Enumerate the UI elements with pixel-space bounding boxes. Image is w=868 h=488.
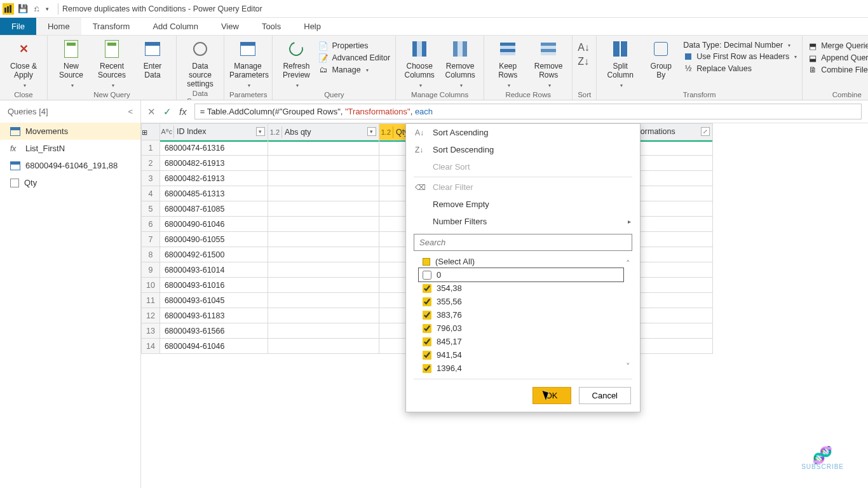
recent-sources-button[interactable]: Recent Sources (93, 38, 130, 89)
cell-abs-qty[interactable] (268, 339, 379, 354)
filter-value-checkbox[interactable] (423, 311, 431, 320)
replace-values-button[interactable]: ½Replace Values (683, 64, 797, 74)
manage-button[interactable]: 🗂Manage (318, 65, 390, 75)
filter-value-item[interactable]: 796,03 (419, 322, 623, 335)
cell-id-index[interactable]: 68000490-61055 (159, 232, 268, 247)
filter-search-input[interactable] (414, 234, 632, 251)
close-apply-button[interactable]: ✕ Close & Apply (5, 38, 42, 89)
row-number[interactable]: 3 (142, 171, 160, 186)
cell-id-index[interactable]: 68000487-61085 (159, 201, 268, 217)
merge-queries-button[interactable]: ⬒Merge Queries (808, 41, 868, 51)
tab-add-column[interactable]: Add Column (141, 18, 210, 35)
remove-rows-button[interactable]: Remove Rows (530, 38, 567, 89)
advanced-editor-button[interactable]: 📝Advanced Editor (318, 53, 390, 63)
cell-id-index[interactable]: 68000474-61316 (159, 140, 268, 156)
cell-abs-qty[interactable] (268, 171, 379, 186)
filter-value-checkbox[interactable] (423, 364, 431, 373)
column-header-id-index[interactable]: AᴮcID Index▾ (159, 124, 268, 140)
tab-tools[interactable]: Tools (250, 18, 292, 35)
keep-rows-button[interactable]: Keep Rows (489, 38, 526, 89)
column-header-abs-qty[interactable]: 1.2Abs qty▾ (268, 124, 379, 140)
cell-id-index[interactable]: 68000482-61913 (159, 156, 268, 171)
row-header-corner[interactable]: ⊞ (142, 124, 160, 140)
refresh-preview-button[interactable]: Refresh Preview (278, 38, 315, 89)
filter-dropdown-icon[interactable]: ▾ (256, 127, 265, 136)
row-number[interactable]: 5 (142, 201, 160, 217)
row-number[interactable]: 14 (142, 339, 160, 354)
row-number[interactable]: 13 (142, 323, 160, 339)
sort-descending-item[interactable]: Z↓Sort Descending (406, 141, 640, 158)
sort-asc-icon[interactable]: A↓ (578, 42, 590, 53)
cell-abs-qty[interactable] (268, 247, 379, 262)
row-number[interactable]: 10 (142, 278, 160, 293)
filter-value-checkbox[interactable] (423, 337, 431, 346)
filter-value-checkbox[interactable] (423, 284, 431, 293)
save-icon[interactable]: 💾 (18, 4, 28, 13)
filter-value-item[interactable]: 383,76 (419, 308, 623, 322)
query-item[interactable]: fxList_FirstN (0, 140, 140, 157)
cell-abs-qty[interactable] (268, 308, 379, 323)
undo-icon[interactable]: ⎌ (34, 4, 39, 13)
cell-id-index[interactable]: 68000493-61045 (159, 293, 268, 308)
enter-data-button[interactable]: Enter Data (134, 38, 171, 80)
cancel-button[interactable]: Cancel (579, 387, 631, 404)
filter-value-item[interactable]: 845,17 (419, 335, 623, 348)
remove-columns-button[interactable]: Remove Columns (442, 38, 478, 89)
filter-value-checkbox[interactable] (423, 351, 431, 360)
cell-id-index[interactable]: 68000493-61566 (159, 323, 268, 339)
confirm-formula-icon[interactable]: ✓ (163, 106, 172, 118)
cell-abs-qty[interactable] (268, 217, 379, 232)
cell-id-index[interactable]: 68000493-61183 (159, 308, 268, 323)
select-all-checkbox[interactable]: (Select All) (419, 255, 623, 268)
cell-abs-qty[interactable] (268, 156, 379, 171)
expand-icon[interactable]: ⤢ (701, 127, 710, 136)
row-number[interactable]: 7 (142, 232, 160, 247)
cell-abs-qty[interactable] (268, 186, 379, 201)
filter-value-item[interactable]: 1396,4 (419, 362, 623, 375)
tab-transform[interactable]: Transform (81, 18, 142, 35)
cancel-formula-icon[interactable]: ✕ (147, 106, 156, 118)
combine-files-button[interactable]: 🗎Combine Files (808, 65, 868, 75)
split-column-button[interactable]: Split Column (602, 38, 639, 89)
first-row-headers-button[interactable]: Use First Row as Headers (683, 51, 797, 62)
cell-id-index[interactable]: 68000492-61500 (159, 247, 268, 262)
cell-id-index[interactable]: 68000493-61016 (159, 278, 268, 293)
row-number[interactable]: 11 (142, 293, 160, 308)
tab-view[interactable]: View (210, 18, 250, 35)
sort-desc-icon[interactable]: Z↓ (578, 56, 589, 67)
cell-abs-qty[interactable] (268, 262, 379, 278)
cell-abs-qty[interactable] (268, 278, 379, 293)
cell-abs-qty[interactable] (268, 323, 379, 339)
filter-value-checkbox[interactable] (423, 271, 431, 280)
filter-value-item[interactable]: 0 (419, 268, 623, 281)
cell-abs-qty[interactable] (268, 201, 379, 217)
cell-id-index[interactable]: 68000494-61046 (159, 339, 268, 354)
fx-icon[interactable]: fx (179, 106, 187, 117)
collapse-queries-icon[interactable]: < (128, 107, 133, 116)
number-filters-item[interactable]: Number Filters▸ (406, 213, 640, 230)
cell-id-index[interactable]: 68000485-61313 (159, 186, 268, 201)
row-number[interactable]: 6 (142, 217, 160, 232)
data-source-settings-button[interactable]: Data source settings (182, 38, 219, 88)
tab-home[interactable]: Home (36, 18, 81, 35)
cell-id-index[interactable]: 68000482-61913 (159, 171, 268, 186)
choose-columns-button[interactable]: Choose Columns (401, 38, 438, 89)
filter-value-item[interactable]: 941,54 (419, 348, 623, 362)
tab-help[interactable]: Help (292, 18, 332, 35)
row-number[interactable]: 2 (142, 156, 160, 171)
cell-abs-qty[interactable] (268, 140, 379, 156)
filter-value-checkbox[interactable] (423, 297, 431, 306)
data-grid[interactable]: ⊞ AᴮcID Index▾ 1.2Abs qty▾ 1.2Qty Balanc… (141, 123, 868, 488)
row-number[interactable]: 1 (142, 140, 160, 156)
filter-dropdown-icon[interactable]: ▾ (367, 127, 376, 136)
new-source-button[interactable]: New Source (53, 38, 90, 89)
row-number[interactable]: 9 (142, 262, 160, 278)
query-item[interactable]: 68000494-61046_191,88 (0, 157, 140, 174)
ok-button[interactable]: OK (532, 387, 571, 404)
formula-input[interactable]: = Table.AddColumn(#"Grouped Rows", "Tran… (194, 104, 862, 119)
row-number[interactable]: 4 (142, 186, 160, 201)
tab-file[interactable]: File (0, 18, 36, 35)
sort-ascending-item[interactable]: A↓Sort Ascending (406, 124, 640, 141)
filter-value-checkbox[interactable] (423, 324, 431, 333)
query-item[interactable]: Movements (0, 123, 140, 140)
